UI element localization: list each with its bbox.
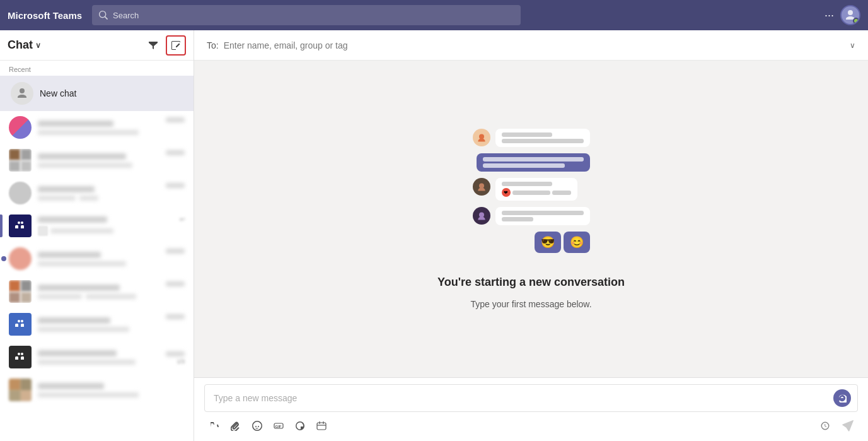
list-item[interactable]: [0, 373, 194, 406]
teams-icon-2: [15, 319, 25, 329]
chat-item-content: [38, 153, 159, 168]
avatar: [9, 215, 32, 237]
chat-item-time: [166, 183, 185, 188]
to-bar-dropdown-icon[interactable]: ∨: [850, 41, 855, 50]
chat-item-content: [38, 121, 159, 135]
filter-button[interactable]: [143, 35, 163, 56]
svg-text:GIF: GIF: [275, 425, 282, 428]
sticker-button[interactable]: [290, 416, 310, 436]
chat-panel: Chat ∨ Recent: [0, 30, 194, 441]
send-button[interactable]: [838, 416, 858, 436]
format-button[interactable]: [204, 416, 224, 436]
chat-panel-header: Chat ∨: [0, 30, 194, 61]
chat-section-title: Chat ∨: [8, 38, 41, 52]
format-icon: [209, 421, 219, 431]
msg-avatar-1: [473, 129, 490, 146]
list-item[interactable]: [0, 308, 194, 341]
to-label: To:: [207, 40, 219, 50]
list-item[interactable]: 1/3: [0, 341, 194, 373]
compose-toolbar: GIF: [204, 412, 858, 437]
chat-item-content: [38, 252, 159, 266]
send-options-button[interactable]: [815, 416, 835, 436]
msg-avatar-2: [473, 178, 490, 196]
timer-icon: [820, 421, 830, 431]
chat-item-time: [166, 314, 185, 319]
emoji-icon: [252, 421, 262, 431]
new-chat-button[interactable]: [166, 35, 186, 56]
gif-button[interactable]: GIF: [269, 416, 289, 436]
main-content: To: ∨: [194, 30, 868, 441]
chat-title-text: Chat: [8, 38, 33, 52]
emoji-bubble-1: 😎: [535, 232, 561, 253]
search-bar[interactable]: Search: [92, 5, 521, 25]
list-item[interactable]: [0, 177, 194, 209]
chat-item-content: [38, 216, 173, 236]
avatar: [9, 182, 32, 204]
attach-button[interactable]: [226, 416, 246, 436]
list-item[interactable]: [0, 242, 194, 275]
msg-bubble-2: [477, 153, 590, 172]
emoji-bubble-2: 😊: [564, 232, 590, 253]
msg-avatar-3: [473, 207, 490, 225]
list-item[interactable]: [0, 144, 194, 177]
refresh-icon: [838, 394, 847, 403]
chat-item-time: [166, 117, 185, 122]
chat-dropdown-icon[interactable]: ∨: [35, 41, 41, 50]
msg-row-3: ❤: [473, 178, 590, 201]
reaction-area: ❤: [502, 188, 571, 197]
chat-list: ↩: [0, 111, 194, 441]
chat-item-content: [38, 186, 159, 201]
svg-point-2: [479, 212, 484, 217]
avatar-face-2: [477, 182, 487, 192]
gif-icon: GIF: [274, 421, 284, 431]
avatar: [9, 346, 32, 368]
compose-box[interactable]: Type a new message: [204, 384, 858, 412]
teams-icon-3: [15, 352, 25, 362]
chat-item-content: [38, 383, 185, 397]
more-options-icon[interactable]: ···: [825, 9, 834, 22]
msg-bubble-1: [495, 129, 590, 147]
unread-indicator: [1, 256, 6, 261]
compose-icon: [171, 40, 181, 50]
list-item[interactable]: [0, 275, 194, 308]
chat-item-content: [38, 285, 159, 299]
avatar: [9, 247, 32, 270]
list-item[interactable]: [0, 111, 194, 144]
reaction-icon: ❤: [502, 188, 511, 197]
list-item[interactable]: ↩: [0, 209, 194, 242]
schedule-icon: [316, 421, 327, 431]
new-chat-item[interactable]: New chat: [0, 76, 194, 111]
chat-item-content: [38, 317, 159, 332]
teams-icon: [15, 221, 25, 231]
user-avatar[interactable]: [840, 5, 860, 25]
paperclip-icon: [231, 421, 241, 431]
emoji-button[interactable]: [247, 416, 267, 436]
chat-item-meta: 1/3: [166, 350, 185, 365]
chat-header-icons: [143, 35, 186, 56]
new-chat-label: New chat: [40, 88, 76, 98]
top-bar: Microsoft Teams Search ···: [0, 0, 868, 30]
to-bar: To: ∨: [194, 30, 868, 61]
msg-bubble-3: ❤: [495, 178, 577, 201]
recent-section-label: Recent: [0, 61, 194, 76]
msg-row-2: [473, 153, 590, 172]
filter-icon: [148, 40, 158, 50]
compose-send-button[interactable]: [833, 389, 851, 407]
svg-rect-5: [317, 423, 326, 430]
to-input[interactable]: [224, 40, 845, 50]
msg-row-1: [473, 129, 590, 147]
svg-point-0: [479, 134, 484, 139]
chat-item-time: [166, 150, 185, 155]
schedule-button[interactable]: [311, 416, 332, 436]
conversation-subtitle: Type your first message below.: [470, 299, 591, 309]
person-icon: [16, 87, 28, 100]
chat-illustration: ❤: [473, 129, 590, 253]
chat-item-time: [166, 281, 185, 286]
compose-placeholder: Type a new message: [214, 393, 297, 403]
avatar: [9, 149, 32, 172]
msg-bubble-4: [495, 207, 590, 225]
avatar: [9, 116, 32, 139]
user-status-dot: [853, 18, 859, 24]
reaction-bar: [512, 191, 550, 195]
avatar-face-1: [477, 132, 487, 143]
